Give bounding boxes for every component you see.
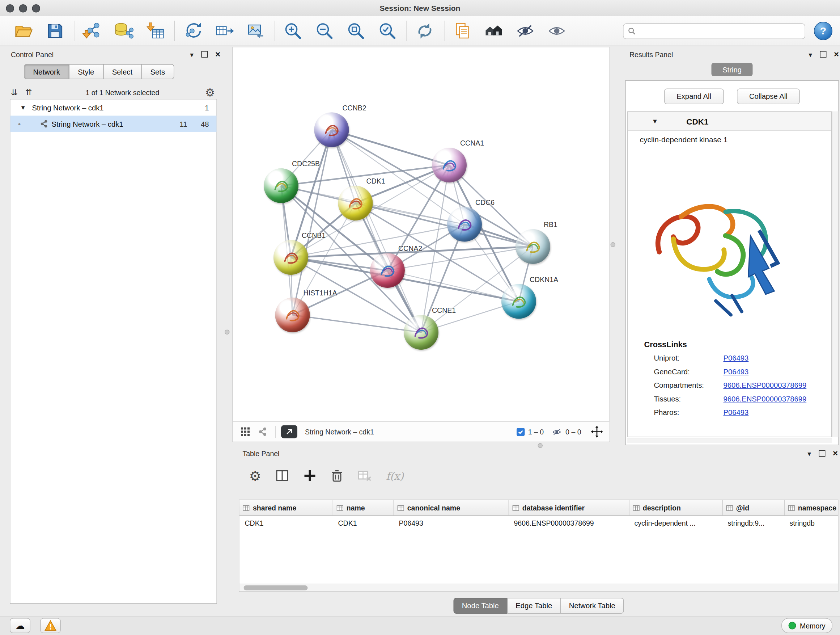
show-all-button[interactable] (545, 19, 569, 43)
tab-edge-table[interactable]: Edge Table (507, 598, 561, 614)
expand-all-icon[interactable]: ⇈ (25, 88, 32, 97)
panel-close-icon[interactable]: × (834, 50, 839, 59)
copy-document-button[interactable] (450, 19, 475, 43)
column-header-name[interactable]: name (333, 500, 393, 516)
warnings-button[interactable] (40, 618, 61, 633)
gene-section-header[interactable]: ▼ CDK1 (628, 112, 832, 131)
results-horizontal-scrollbar[interactable] (627, 438, 832, 443)
panel-menu-icon[interactable]: ▾ (807, 450, 811, 457)
export-image-button[interactable] (243, 19, 268, 43)
network-node-cdc25b[interactable] (264, 168, 298, 203)
network-edge[interactable] (293, 130, 332, 315)
network-node-ccna2[interactable] (370, 253, 405, 288)
zoom-fit-button[interactable] (344, 19, 369, 43)
splitter-handle[interactable] (611, 242, 616, 247)
cloud-status-button[interactable]: ☁ (10, 618, 30, 633)
refresh-layout-icon (415, 21, 435, 41)
search-input[interactable] (639, 27, 801, 36)
crosslinks-heading: CrossLinks (644, 340, 832, 348)
zoom-in-button[interactable] (281, 19, 306, 43)
zoom-out-button[interactable] (312, 19, 337, 43)
zoom-in-icon (283, 21, 303, 41)
protein-ribbon-thumb (321, 119, 343, 141)
panel-close-icon[interactable]: × (215, 50, 220, 59)
tab-network[interactable]: Network (24, 64, 69, 79)
panel-menu-icon[interactable]: ▾ (190, 51, 194, 58)
splitter-handle[interactable] (225, 330, 230, 335)
network-node-rb1[interactable] (515, 229, 550, 264)
column-header-shared-name[interactable]: shared name (240, 500, 333, 516)
crosslink-compartments-link[interactable]: 9606.ENSP00000378699 (723, 381, 807, 390)
crosslink-pharos-link[interactable]: P06493 (723, 409, 749, 417)
tab-network-table[interactable]: Network Table (561, 598, 624, 614)
results-vertical-scrollbar[interactable] (832, 111, 838, 437)
zoom-selected-button[interactable] (375, 19, 400, 43)
crosslink-tissues-link[interactable]: 9606.ENSP00000378699 (723, 395, 807, 403)
tab-node-table[interactable]: Node Table (453, 598, 508, 614)
network-node-ccne1[interactable] (404, 315, 439, 350)
network-node-ccnb2[interactable] (314, 112, 349, 147)
panel-float-icon[interactable] (201, 51, 208, 57)
results-tab-string[interactable]: String (712, 63, 753, 76)
scrollbar-thumb[interactable] (244, 585, 308, 591)
network-share-icon[interactable] (258, 427, 268, 437)
network-canvas[interactable]: CCNB2CCNA1CDC25BCDK1CDC6RB1CCNB1CCNA2CDK… (233, 48, 609, 422)
collapse-all-button[interactable]: Collapse All (737, 89, 800, 105)
hide-selected-button[interactable] (513, 19, 538, 43)
column-header-canonical-name[interactable]: canonical name (393, 500, 508, 516)
network-node-hist1h1a[interactable] (275, 298, 310, 333)
section-collapse-icon[interactable]: ▼ (652, 117, 658, 125)
splitter-handle[interactable] (538, 443, 543, 448)
network-row-selected[interactable]: ● String Network – cdk1 11 48 (11, 116, 217, 132)
network-node-cdc6[interactable] (447, 207, 482, 242)
delete-column-trash-icon[interactable] (331, 469, 344, 482)
network-node-ccnb1[interactable] (273, 240, 308, 275)
crosslink-genecard-link[interactable]: P06493 (723, 368, 749, 376)
open-session-button[interactable] (11, 19, 36, 43)
network-node-ccna1[interactable] (432, 148, 467, 182)
collapse-all-icon[interactable]: ⇊ (11, 88, 18, 97)
selected-checkbox[interactable] (516, 428, 525, 436)
save-session-button[interactable] (42, 19, 67, 43)
column-header-description[interactable]: description (629, 500, 722, 516)
column-header-id[interactable]: @id (722, 500, 784, 516)
table-settings-gear-icon[interactable]: ⚙ (249, 469, 262, 483)
crosslink-uniprot-link[interactable]: P06493 (723, 354, 749, 363)
clone-network-button[interactable] (212, 19, 237, 43)
network-collection-row[interactable]: ▼ String Network – cdk1 1 (11, 100, 217, 116)
gear-icon[interactable]: ⚙ (205, 86, 215, 99)
tab-select[interactable]: Select (103, 64, 141, 79)
show-columns-icon[interactable] (275, 469, 289, 483)
network-node-cdkn1a[interactable] (501, 284, 536, 319)
tree-expand-icon[interactable]: ▼ (20, 104, 28, 111)
column-header-namespace[interactable]: namespace (784, 500, 838, 516)
panel-float-icon[interactable] (819, 450, 825, 457)
memory-button[interactable]: Memory (782, 618, 832, 633)
pan-crosshair-icon[interactable] (591, 426, 603, 438)
column-header-database-identifier[interactable]: database identifier (508, 500, 629, 516)
network-edge[interactable] (387, 271, 519, 302)
tab-style[interactable]: Style (69, 64, 103, 79)
network-edge[interactable] (293, 315, 422, 333)
import-network-from-database-button[interactable] (111, 19, 136, 43)
panel-menu-icon[interactable]: ▾ (808, 51, 812, 58)
import-table-button[interactable] (143, 19, 168, 43)
network-edge[interactable] (332, 130, 422, 333)
new-network-from-selection-button[interactable] (180, 19, 205, 43)
network-overview-button[interactable] (482, 19, 507, 43)
help-button[interactable]: ? (814, 22, 832, 40)
tab-sets[interactable]: Sets (141, 64, 174, 79)
open-in-new-window-button[interactable] (281, 425, 297, 439)
expand-all-button[interactable]: Expand All (664, 89, 724, 105)
table-horizontal-scrollbar[interactable] (240, 584, 838, 592)
table-row[interactable]: CDK1 CDK1 P06493 9606.ENSP00000378699 cy… (240, 516, 838, 530)
create-column-plus-icon[interactable] (303, 469, 317, 482)
grid-view-icon[interactable] (240, 427, 250, 437)
network-node-cdk1[interactable] (338, 186, 373, 220)
network-edge[interactable] (332, 130, 450, 165)
column-icon (726, 504, 733, 511)
apply-layout-button[interactable] (412, 19, 437, 43)
panel-close-icon[interactable]: × (833, 449, 838, 458)
panel-float-icon[interactable] (820, 51, 826, 57)
import-network-from-file-button[interactable] (80, 19, 105, 43)
